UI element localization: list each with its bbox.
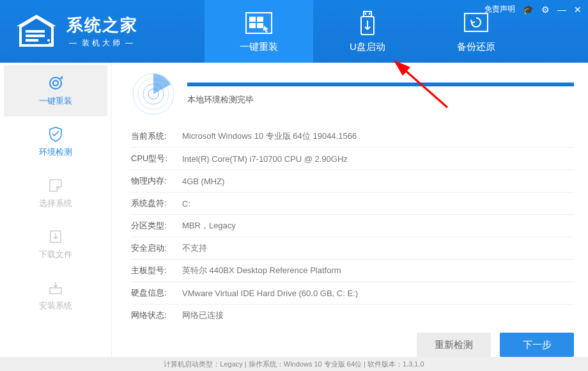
info-label: 分区类型: [131,220,182,232]
info-row-partition: 分区类型:MBR，Legacy [131,215,574,237]
disclaimer-link[interactable]: 免责声明 [484,4,515,15]
tab-usb-boot[interactable]: U盘启动 [313,0,422,63]
footer-status: 计算机启动类型：Legacy | 操作系统：Windows 10 专业版 64位… [0,357,588,371]
sidebar-item-label: 下载文件 [39,249,72,260]
sidebar-item-label: 选择系统 [39,198,72,209]
main-panel: 本地环境检测完毕 当前系统:Microsoft Windows 10 专业版 6… [112,63,588,357]
sidebar-item-label: 环境检测 [39,146,72,158]
svg-rect-11 [364,12,371,17]
svg-rect-2 [26,39,38,42]
system-info: 当前系统:Microsoft Windows 10 专业版 64位 19044.… [131,125,574,326]
svg-rect-0 [26,30,45,33]
info-row-network: 网络状态:网络已连接 [131,304,574,326]
svg-rect-15 [465,13,488,31]
info-value: VMware Virtual IDE Hard Drive (60.0 GB, … [182,288,574,298]
info-row-drive: 系统盘符:C: [131,193,574,215]
sidebar-item-label: 一键重装 [39,95,72,107]
info-value: Intel(R) Core(TM) i7-10700 CPU @ 2.90GHz [182,154,574,164]
info-row-cpu: CPU型号:Intel(R) Core(TM) i7-10700 CPU @ 2… [131,148,574,170]
gear-icon[interactable]: ⚙ [541,4,550,15]
info-row-motherboard: 主板型号:英特尔 440BX Desktop Reference Platfor… [131,260,574,282]
select-system-icon [47,177,64,194]
info-value: C: [182,199,574,209]
minimize-icon[interactable]: — [557,4,566,15]
info-label: 硬盘信息: [131,287,182,299]
usb-icon [353,10,382,36]
svg-rect-9 [249,23,256,28]
info-label: 当前系统: [131,130,182,142]
info-value: MBR，Legacy [182,220,574,232]
info-row-os: 当前系统:Microsoft Windows 10 专业版 64位 19044.… [131,125,574,148]
reinstall-icon [47,75,64,91]
scan-message: 本地环境检测完毕 [187,94,574,106]
info-row-memory: 物理内存:4GB (MHZ) [131,170,574,193]
svg-rect-8 [257,17,263,22]
svg-point-3 [47,39,50,42]
logo-icon [12,12,61,51]
info-label: 主板型号: [131,265,182,276]
svg-point-18 [53,81,58,86]
svg-point-4 [51,40,54,43]
sidebar-item-env-check[interactable]: 环境检测 [4,116,107,168]
logo-area: 系统之家 装机大师 [0,0,205,63]
info-label: 物理内存: [131,175,182,187]
sidebar-item-install[interactable]: 安装系统 [4,270,107,321]
tab-label: 一键重装 [240,41,278,53]
tab-reinstall[interactable]: 一键重装 [205,0,313,63]
radar-icon [131,72,176,116]
info-label: 网络状态: [131,310,182,321]
tab-label: U盘启动 [350,41,385,53]
svg-rect-20 [50,288,61,294]
svg-rect-13 [369,13,370,15]
graduation-icon[interactable]: 🎓 [523,4,534,15]
info-label: CPU型号: [131,153,182,164]
body: 一键重装 环境检测 选择系统 下载文件 安装系统 本地环境检测完毕 [0,63,588,357]
scan-row: 本地环境检测完毕 [131,72,574,116]
progress-bar [187,83,574,86]
scan-right: 本地环境检测完毕 [187,83,574,106]
info-value: 英特尔 440BX Desktop Reference Platform [182,265,574,276]
app-title: 系统之家 [66,14,138,36]
recheck-button[interactable]: 重新检测 [417,333,491,357]
info-label: 系统盘符: [131,198,182,209]
svg-rect-1 [26,35,45,37]
svg-rect-12 [365,13,366,15]
action-buttons: 重新检测 下一步 [131,333,574,357]
info-label: 安全启动: [131,242,182,254]
install-icon [47,280,64,296]
window-controls: 免责声明 🎓 ⚙ — ✕ [484,4,582,15]
sidebar-item-select-system[interactable]: 选择系统 [4,168,107,219]
sidebar: 一键重装 环境检测 选择系统 下载文件 安装系统 [0,63,112,357]
sidebar-item-download[interactable]: 下载文件 [4,219,107,270]
info-value: 4GB (MHZ) [182,177,574,186]
info-value: Microsoft Windows 10 专业版 64位 19044.1566 [182,130,574,142]
logo-text: 系统之家 装机大师 [66,14,138,49]
tab-label: 备份还原 [457,41,495,53]
svg-point-5 [49,43,51,45]
sidebar-item-reinstall[interactable]: 一键重装 [4,65,107,116]
svg-rect-7 [249,17,256,22]
app-subtitle: 装机大师 [66,38,138,49]
info-value: 网络已连接 [182,310,574,321]
windows-cursor-icon [245,10,273,36]
header: 系统之家 装机大师 一键重装 U盘启动 备份还原 免责声明 🎓 ⚙ — ✕ [0,0,588,63]
info-value: 不支持 [182,242,574,254]
next-button[interactable]: 下一步 [500,333,574,357]
info-row-disk: 硬盘信息:VMware Virtual IDE Hard Drive (60.0… [131,282,574,304]
svg-rect-10 [257,23,263,28]
close-icon[interactable]: ✕ [574,4,582,15]
download-icon [47,228,64,245]
sidebar-item-label: 安装系统 [39,300,72,312]
info-row-secureboot: 安全启动:不支持 [131,237,574,260]
shield-check-icon [47,126,64,143]
